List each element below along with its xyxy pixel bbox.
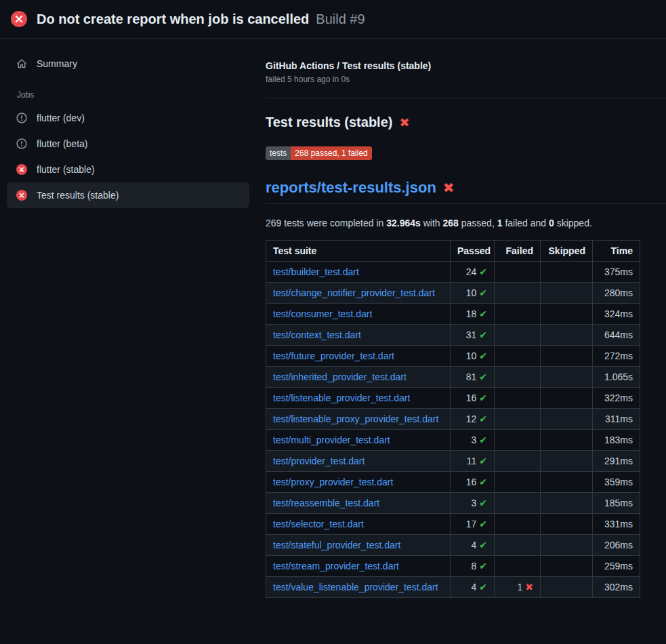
badge-value: 268 passed, 1 failed: [291, 146, 371, 160]
test-suite-link[interactable]: test/reassemble_test.dart: [273, 498, 379, 508]
check-icon: ✔: [479, 414, 487, 424]
time-cell: 183ms: [593, 430, 640, 451]
summary-text: passed,: [459, 218, 497, 228]
skipped-cell: [541, 388, 593, 409]
table-row: test/stream_provider_test.dart8✔259ms: [266, 556, 640, 577]
passed-cell-count: 18: [466, 308, 477, 319]
skipped-cell: [541, 556, 593, 577]
test-suite-link[interactable]: test/value_listenable_provider_test.dart: [273, 582, 438, 592]
sidebar-item-summary[interactable]: Summary: [7, 51, 249, 77]
table-row: test/context_test.dart31✔644ms: [266, 325, 640, 346]
passed-cell-count: 4: [471, 540, 476, 550]
run-meta: failed 5 hours ago in 0s: [266, 75, 666, 84]
skipped-cell: [541, 535, 593, 556]
check-icon: ✔: [479, 350, 487, 361]
failed-cell: [495, 325, 541, 346]
test-suite-link[interactable]: test/future_provider_test.dart: [273, 350, 394, 361]
passed-cell: 3✔: [451, 430, 495, 451]
time-cell: 185ms: [593, 493, 640, 514]
alert-circle-icon: [16, 113, 27, 123]
sidebar-job-flutter-stable[interactable]: flutter (stable): [7, 157, 249, 182]
failed-cell: [495, 430, 541, 451]
failed-cell-count: 1: [517, 582, 522, 592]
skipped-cell: [541, 472, 593, 493]
summary-text: with: [421, 218, 443, 228]
skipped-cell: [541, 430, 593, 451]
test-suite-link[interactable]: test/inherited_provider_test.dart: [273, 371, 407, 382]
passed-cell: 4✔: [451, 577, 495, 598]
summary-skipped-count: 0: [549, 218, 554, 228]
main-content: GitHub Actions / Test results (stable) f…: [266, 39, 666, 644]
check-run-header: Do not create report when job is cancell…: [0, 0, 666, 39]
failed-cell: [495, 556, 541, 577]
passed-cell: 4✔: [451, 535, 495, 556]
x-circle-icon: [11, 11, 27, 27]
passed-cell: 8✔: [451, 556, 495, 577]
test-suite-link[interactable]: test/stateful_provider_test.dart: [273, 540, 400, 550]
passed-cell: 11✔: [451, 451, 495, 472]
test-suite-link[interactable]: test/proxy_provider_test.dart: [273, 477, 393, 487]
test-suite-link[interactable]: test/stream_provider_test.dart: [273, 561, 399, 571]
summary-text: failed and: [503, 218, 549, 228]
check-icon: ✔: [479, 287, 487, 298]
passed-cell-count: 17: [466, 519, 477, 529]
check-icon: ✔: [479, 540, 487, 550]
table-row: test/inherited_provider_test.dart81✔1.06…: [266, 367, 640, 388]
time-cell: 206ms: [593, 535, 640, 556]
table-row: test/proxy_provider_test.dart16✔359ms: [266, 472, 640, 493]
passed-cell-count: 4: [471, 582, 476, 592]
passed-cell: 16✔: [451, 388, 495, 409]
test-suite-cell: test/proxy_provider_test.dart: [266, 472, 451, 493]
time-cell: 359ms: [593, 472, 640, 493]
test-suite-link[interactable]: test/context_test.dart: [273, 329, 361, 340]
test-suite-link[interactable]: test/provider_test.dart: [273, 456, 365, 466]
table-row: test/builder_test.dart24✔375ms: [266, 262, 640, 283]
test-suite-link[interactable]: test/listenable_proxy_provider_test.dart: [273, 414, 438, 424]
badge-label: tests: [266, 146, 291, 160]
sidebar-job-test-results-stable[interactable]: Test results (stable): [7, 182, 249, 208]
failed-cell: [495, 283, 541, 304]
passed-cell: 31✔: [451, 325, 495, 346]
test-suite-link[interactable]: test/listenable_provider_test.dart: [273, 393, 410, 403]
time-cell: 272ms: [593, 346, 640, 367]
section-title-text: Test results (stable): [266, 115, 392, 130]
report-link[interactable]: reports/test-results.json: [266, 179, 436, 197]
summary-failed-count: 1: [497, 218, 503, 228]
test-suite-link[interactable]: test/consumer_test.dart: [273, 308, 372, 319]
passed-cell-count: 16: [466, 477, 477, 487]
passed-cell-count: 3: [471, 498, 476, 508]
check-icon: ✔: [479, 329, 487, 340]
tests-badge: tests 268 passed, 1 failed: [266, 146, 372, 160]
check-icon: ✔: [479, 435, 487, 445]
test-suite-cell: test/stream_provider_test.dart: [266, 556, 451, 577]
passed-cell-count: 10: [466, 287, 477, 298]
x-icon: ✖: [525, 582, 533, 592]
test-suite-cell: test/reassemble_test.dart: [266, 493, 451, 514]
breadcrumb: GitHub Actions / Test results (stable): [266, 60, 666, 71]
test-suite-cell: test/value_listenable_provider_test.dart: [266, 577, 451, 598]
sidebar-job-label: flutter (beta): [37, 138, 87, 149]
sidebar-job-label: flutter (stable): [37, 164, 95, 175]
test-suite-link[interactable]: test/selector_test.dart: [273, 519, 364, 529]
test-suite-link[interactable]: test/builder_test.dart: [273, 266, 359, 277]
table-row: test/listenable_proxy_provider_test.dart…: [266, 409, 640, 430]
check-icon: ✔: [479, 582, 487, 592]
sidebar-job-label: flutter (dev): [37, 113, 85, 123]
sidebar-job-flutter-beta[interactable]: flutter (beta): [7, 131, 249, 157]
x-circle-icon: [16, 190, 27, 201]
section-title: Test results (stable) ✖: [266, 115, 666, 130]
failed-cell: 1✖: [495, 577, 541, 598]
passed-cell-count: 12: [466, 414, 477, 424]
summary-passed-count: 268: [443, 218, 459, 228]
time-cell: 331ms: [593, 514, 640, 535]
check-icon: ✔: [479, 456, 487, 466]
skipped-cell: [541, 514, 593, 535]
time-cell: 259ms: [593, 556, 640, 577]
check-icon: ✔: [479, 519, 487, 529]
test-suite-link[interactable]: test/change_notifier_provider_test.dart: [273, 287, 435, 298]
skipped-cell: [541, 367, 593, 388]
sidebar-job-flutter-dev[interactable]: flutter (dev): [7, 105, 249, 131]
test-suite-link[interactable]: test/multi_provider_test.dart: [273, 435, 390, 445]
passed-cell-count: 31: [466, 329, 477, 340]
time-cell: 311ms: [593, 409, 640, 430]
